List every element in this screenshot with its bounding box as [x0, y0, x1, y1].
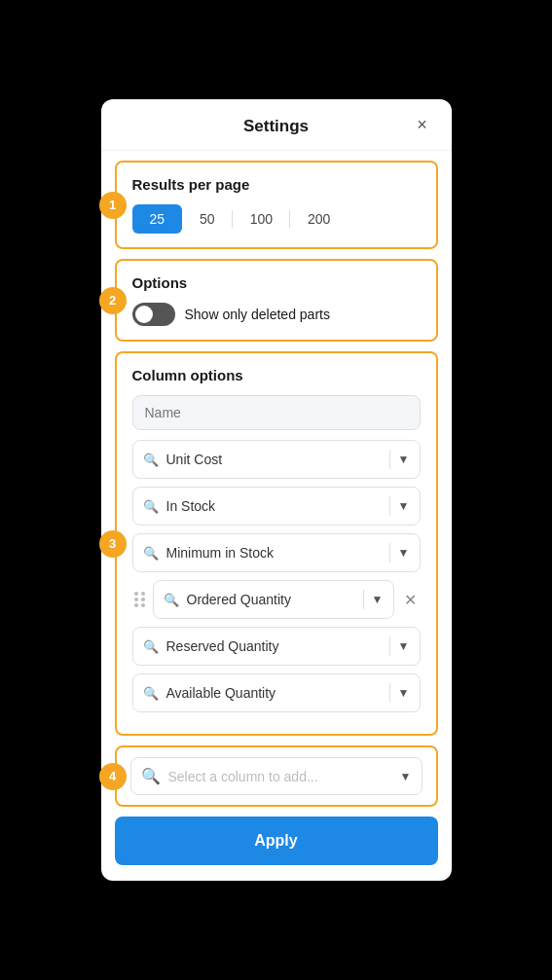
chevron-down-icon: ▼ [398, 686, 410, 700]
step-badge-1: 1 [99, 192, 127, 219]
search-icon: 🔍 [164, 593, 179, 607]
modal-header: Settings × [101, 99, 452, 151]
column-row-ordered-qty: 🔍 Ordered Quantity ▼ ✕ [132, 580, 421, 619]
reserved-qty-label: Reserved Quantity [166, 638, 386, 654]
divider [389, 683, 390, 703]
add-column-dropdown[interactable]: 🔍 Select a column to add... ▼ [130, 757, 423, 795]
unit-cost-dropdown[interactable]: 🔍 Unit Cost ▼ [132, 440, 421, 479]
chevron-down-icon: ▼ [398, 546, 410, 560]
drag-dot [141, 598, 145, 601]
options-title: Options [132, 274, 421, 291]
per-page-100[interactable]: 100 [233, 204, 290, 234]
unit-cost-label: Unit Cost [166, 452, 386, 467]
search-icon: 🔍 [143, 546, 159, 561]
per-page-25[interactable]: 25 [132, 204, 183, 234]
settings-modal: Settings × 1 Results per page 25 50 100 … [101, 99, 452, 881]
ordered-qty-dropdown[interactable]: 🔍 Ordered Quantity ▼ [153, 580, 394, 619]
min-stock-label: Minimum in Stock [166, 545, 386, 561]
per-page-50[interactable]: 50 [182, 204, 233, 234]
deleted-parts-toggle[interactable] [132, 303, 175, 326]
column-name-search[interactable] [132, 395, 421, 430]
toggle-label: Show only deleted parts [185, 307, 330, 322]
drag-dot [134, 598, 138, 601]
drag-dot [134, 603, 138, 607]
results-per-page-section: 1 Results per page 25 50 100 200 [115, 161, 438, 249]
drag-dot [141, 592, 145, 596]
in-stock-label: In Stock [166, 498, 386, 514]
drag-handle[interactable] [132, 592, 147, 607]
close-button[interactable]: × [409, 111, 436, 138]
reserved-qty-dropdown[interactable]: 🔍 Reserved Quantity ▼ [132, 627, 421, 666]
per-page-200[interactable]: 200 [290, 204, 348, 234]
available-qty-label: Available Quantity [166, 685, 386, 701]
divider [389, 450, 390, 469]
available-qty-dropdown[interactable]: 🔍 Available Quantity ▼ [132, 673, 421, 712]
add-column-section: 4 🔍 Select a column to add... ▼ [115, 745, 438, 807]
chevron-down-icon: ▼ [372, 593, 384, 606]
results-per-page-title: Results per page [132, 176, 421, 193]
column-row-min-stock: 🔍 Minimum in Stock ▼ [132, 533, 421, 572]
search-icon: 🔍 [141, 767, 161, 785]
step-badge-4: 4 [99, 763, 127, 790]
ordered-qty-label: Ordered Quantity [187, 592, 359, 607]
column-row-reserved-qty: 🔍 Reserved Quantity ▼ [132, 627, 421, 666]
options-section: 2 Options Show only deleted parts [115, 259, 438, 342]
drag-dot [141, 603, 145, 607]
search-icon: 🔍 [143, 499, 159, 514]
chevron-down-icon: ▼ [398, 499, 410, 513]
column-row-unit-cost: 🔍 Unit Cost ▼ [132, 440, 421, 479]
add-column-placeholder: Select a column to add... [168, 769, 396, 784]
divider [389, 636, 390, 656]
modal-title: Settings [243, 117, 309, 136]
divider [389, 543, 390, 563]
chevron-down-icon: ▼ [398, 453, 410, 466]
apply-button[interactable]: Apply [115, 817, 438, 865]
column-row-available-qty: 🔍 Available Quantity ▼ [132, 673, 421, 712]
toggle-row: Show only deleted parts [132, 303, 421, 326]
step-badge-3: 3 [99, 530, 127, 558]
drag-dot [134, 592, 138, 596]
min-stock-dropdown[interactable]: 🔍 Minimum in Stock ▼ [132, 533, 421, 572]
in-stock-dropdown[interactable]: 🔍 In Stock ▼ [132, 487, 421, 526]
chevron-down-icon: ▼ [400, 770, 412, 783]
divider [363, 590, 364, 609]
remove-ordered-qty-button[interactable]: ✕ [400, 587, 421, 613]
search-icon: 🔍 [143, 686, 159, 701]
per-page-options: 25 50 100 200 [132, 204, 421, 234]
column-row-in-stock: 🔍 In Stock ▼ [132, 487, 421, 526]
close-icon: × [417, 115, 427, 135]
column-options-title: Column options [132, 367, 421, 383]
search-icon: 🔍 [143, 453, 159, 467]
step-badge-2: 2 [99, 287, 127, 314]
divider [389, 496, 390, 516]
chevron-down-icon: ▼ [398, 639, 410, 653]
column-options-section: 3 Column options 🔍 Unit Cost ▼ 🔍 In Stoc… [115, 351, 438, 736]
search-icon: 🔍 [143, 639, 159, 654]
